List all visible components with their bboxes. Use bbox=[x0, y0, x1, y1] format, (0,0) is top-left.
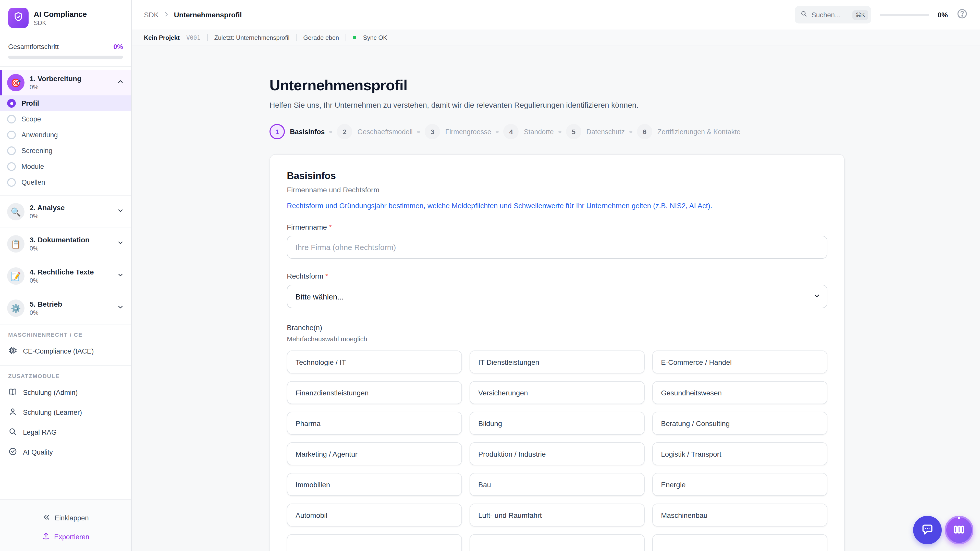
sidebar-item-label: AI Quality bbox=[23, 448, 53, 456]
sidebar-item-schulung-admin[interactable]: Schulung (Admin) bbox=[0, 383, 131, 403]
branche-option-partial[interactable] bbox=[652, 534, 827, 551]
branche-option[interactable]: Technologie / IT bbox=[287, 351, 462, 373]
step-number: 4 bbox=[504, 124, 519, 139]
overall-progress: Gesamtfortschritt 0% bbox=[0, 36, 131, 67]
statusbar: Kein Projekt V001 Zuletzt: Unternehmensp… bbox=[132, 30, 980, 45]
project-status: Kein Projekt bbox=[144, 34, 180, 41]
sidebar-item-module[interactable]: Module bbox=[0, 159, 131, 175]
branche-option[interactable]: Gesundheitswesen bbox=[652, 381, 827, 404]
chat-assistant-button[interactable] bbox=[913, 516, 942, 545]
branche-option[interactable]: Logistik / Transport bbox=[652, 442, 827, 465]
breadcrumb-root[interactable]: SDK bbox=[144, 11, 159, 19]
step-standorte[interactable]: 4 Standorte bbox=[504, 124, 554, 139]
panel-toggle-button[interactable] bbox=[945, 516, 974, 545]
sidebar-item-label: Schulung (Admin) bbox=[23, 389, 78, 396]
branche-option[interactable]: Finanzdienstleistungen bbox=[287, 381, 462, 404]
sidebar-item-label: Profil bbox=[21, 100, 39, 107]
sidebar-item-label: Schulung (Learner) bbox=[23, 409, 82, 416]
section-progress: 0% bbox=[30, 309, 62, 316]
chevron-up-icon bbox=[117, 78, 124, 87]
branche-option[interactable]: Pharma bbox=[287, 412, 462, 435]
check-circle-icon bbox=[8, 447, 18, 457]
sidebar-footer: Einklappen Exportieren bbox=[0, 499, 131, 551]
branche-option[interactable]: E-Commerce / Handel bbox=[652, 351, 827, 373]
sidebar-item-profil[interactable]: Profil bbox=[0, 95, 131, 111]
sidebar-item-label: Legal RAG bbox=[23, 429, 57, 436]
rechtsform-label: Rechtsform * bbox=[287, 272, 827, 280]
export-label: Exportieren bbox=[54, 533, 89, 541]
branchen-label: Branche(n) bbox=[287, 324, 827, 332]
sidebar-item-ce-compliance[interactable]: CE-Compliance (IACE) bbox=[0, 341, 131, 361]
branche-option[interactable]: Marketing / Agentur bbox=[287, 442, 462, 465]
branchen-hint: Mehrfachauswahl moeglich bbox=[287, 335, 827, 343]
radio-selected-icon bbox=[7, 99, 16, 108]
sidebar-item-quellen[interactable]: Quellen bbox=[0, 175, 131, 190]
branche-option[interactable]: Bildung bbox=[469, 412, 645, 435]
step-firmengroesse[interactable]: 3 Firmengroesse bbox=[425, 124, 491, 139]
stepper: 1 Basisinfos 2 Geschaeftsmodell 3 Firmen… bbox=[269, 124, 980, 139]
clipboard-icon: 📋 bbox=[7, 235, 24, 252]
branche-option-partial[interactable] bbox=[469, 534, 645, 551]
branche-option[interactable]: Produktion / Industrie bbox=[469, 442, 645, 465]
chevron-down-icon bbox=[117, 272, 124, 281]
branche-option[interactable]: Bau bbox=[469, 473, 645, 496]
sidebar-item-screening[interactable]: Screening bbox=[0, 143, 131, 159]
collapse-sidebar-button[interactable]: Einklappen bbox=[42, 513, 89, 523]
overall-progress-value: 0% bbox=[113, 43, 123, 51]
export-button[interactable]: Exportieren bbox=[42, 532, 89, 542]
step-zertifizierungen[interactable]: 6 Zertifizierungen & Kontakte bbox=[637, 124, 741, 139]
divider bbox=[345, 34, 346, 41]
step-separator bbox=[558, 131, 562, 132]
sidebar-item-label: Screening bbox=[21, 147, 52, 155]
nav-section-header-analyse[interactable]: 🔍 2. Analyse 0% bbox=[0, 199, 131, 224]
nav-section-rechtliche-texte: 📝 4. Rechtliche Texte 0% bbox=[0, 260, 131, 292]
target-icon: 🎯 bbox=[7, 74, 24, 91]
branche-option[interactable]: Luft- und Raumfahrt bbox=[469, 503, 645, 527]
branche-option[interactable]: Energie bbox=[652, 473, 827, 496]
rechtsform-select[interactable]: Bitte wählen... bbox=[287, 285, 827, 308]
radio-empty-icon bbox=[7, 115, 16, 124]
radio-empty-icon bbox=[7, 162, 16, 171]
firmenname-input[interactable] bbox=[287, 236, 827, 259]
main-area: SDK Unternehmensprofil Suchen... ⌘K bbox=[132, 0, 980, 551]
last-edited-status: Zuletzt: Unternehmensprofil bbox=[214, 34, 290, 41]
sidebar-item-scope[interactable]: Scope bbox=[0, 111, 131, 127]
topbar: SDK Unternehmensprofil Suchen... ⌘K bbox=[132, 0, 980, 30]
step-geschaeftsmodell[interactable]: 2 Geschaeftsmodell bbox=[337, 124, 413, 139]
help-icon[interactable] bbox=[956, 8, 968, 21]
card-title: Basisinfos bbox=[287, 170, 827, 182]
step-basisinfos[interactable]: 1 Basisinfos bbox=[269, 124, 325, 139]
sidebar-item-ai-quality[interactable]: AI Quality bbox=[0, 442, 131, 462]
step-separator bbox=[629, 131, 632, 132]
branche-option-partial[interactable] bbox=[287, 534, 462, 551]
search-input[interactable]: Suchen... ⌘K bbox=[795, 6, 871, 24]
firmenname-label: Firmenname * bbox=[287, 223, 827, 231]
branche-option[interactable]: Maschinenbau bbox=[652, 503, 827, 527]
sidebar-item-schulung-learner[interactable]: Schulung (Learner) bbox=[0, 403, 131, 422]
basisinfos-card: Basisinfos Firmenname und Rechtsform Rec… bbox=[269, 154, 845, 551]
nav-section-header-dokumentation[interactable]: 📋 3. Dokumentation 0% bbox=[0, 231, 131, 257]
sidebar-nav: 🎯 1. Vorbereitung 0% Profil bbox=[0, 67, 131, 499]
section-progress: 0% bbox=[30, 277, 94, 284]
branche-option[interactable]: IT Dienstleistungen bbox=[469, 351, 645, 373]
group-header-maschinenrecht: MASCHINENRECHT / CE bbox=[0, 324, 131, 341]
step-datenschutz[interactable]: 5 Datenschutz bbox=[566, 124, 625, 139]
section-title: 2. Analyse bbox=[30, 203, 65, 212]
overall-progress-label: Gesamtfortschritt bbox=[8, 43, 59, 51]
notification-dot bbox=[958, 517, 960, 519]
sidebar-item-label: Quellen bbox=[21, 179, 45, 186]
nav-section-header-vorbereitung[interactable]: 🎯 1. Vorbereitung 0% bbox=[0, 70, 131, 95]
nav-section-header-betrieb[interactable]: ⚙️ 5. Betrieb 0% bbox=[0, 295, 131, 321]
search-icon bbox=[8, 427, 18, 438]
branche-option[interactable]: Beratung / Consulting bbox=[652, 412, 827, 435]
branche-option[interactable]: Immobilien bbox=[287, 473, 462, 496]
page-content: Unternehmensprofil Helfen Sie uns, Ihr U… bbox=[132, 45, 980, 551]
sidebar-item-anwendung[interactable]: Anwendung bbox=[0, 127, 131, 143]
sidebar-item-legal-rag[interactable]: Legal RAG bbox=[0, 422, 131, 442]
branche-option[interactable]: Automobil bbox=[287, 503, 462, 527]
shield-check-icon bbox=[13, 11, 24, 24]
chevron-right-icon bbox=[163, 11, 169, 19]
branche-option[interactable]: Versicherungen bbox=[469, 381, 645, 404]
branchen-grid: Technologie / IT IT Dienstleistungen E-C… bbox=[287, 351, 827, 551]
nav-section-header-rechtliche-texte[interactable]: 📝 4. Rechtliche Texte 0% bbox=[0, 263, 131, 289]
